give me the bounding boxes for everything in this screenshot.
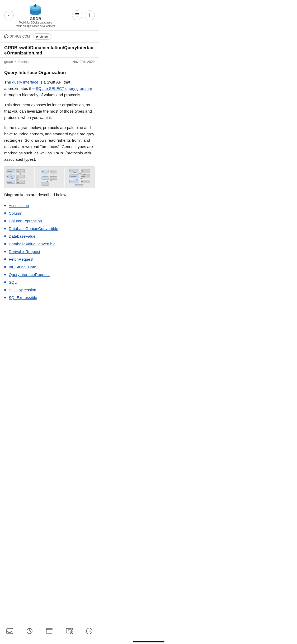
back-button[interactable]: ‹ (4, 11, 14, 20)
list-item: DatabaseValueConvertible (4, 240, 95, 248)
page-title: GRDB.swift/Documentation/QueryInterfaceO… (0, 43, 99, 58)
nav-inbox[interactable] (0, 626, 20, 638)
derivablerequest-link[interactable]: DerivableRequest (9, 249, 40, 254)
svg-text:Type: Type (17, 171, 19, 172)
logo-title: GRDB (30, 16, 41, 21)
list-intro: Diagram items are described below: (4, 192, 95, 198)
nav-archive[interactable] (40, 626, 59, 638)
bullet-icon (4, 258, 6, 260)
list-item: SQLExpressible (4, 294, 95, 301)
svg-line-43 (74, 178, 85, 180)
new-message-icon: # (66, 628, 73, 636)
svg-rect-27 (41, 177, 48, 180)
github-icon (4, 34, 8, 39)
svg-text:QIRequest: QIRequest (81, 181, 87, 182)
github-source: GITHUB.COM (4, 34, 30, 39)
association-link[interactable]: Association (9, 203, 29, 208)
bullet-icon (4, 289, 6, 291)
nav-history[interactable] (20, 626, 40, 638)
logo-subtitle-line1: Toolkit for SQLite databases (19, 21, 52, 24)
bullet-icon (4, 266, 6, 268)
listen-label: Listen (40, 35, 48, 38)
history-icon (26, 628, 33, 636)
info-icon: i (89, 13, 90, 18)
list-item: FetchRequest (4, 255, 95, 263)
int-string-date-link[interactable]: Int, String, Date... (9, 265, 40, 269)
diagram-thumb-3: SQLExpressible SQL ColumnExpr Column Fet… (65, 167, 95, 188)
column-link[interactable]: Column (9, 211, 22, 215)
svg-text:SQLExpressible: SQLExpressible (70, 170, 78, 172)
columnexpression-link[interactable]: ColumnExpression (9, 219, 42, 223)
play-icon: ▶ (36, 35, 39, 38)
list-item: DatabaseValue (4, 232, 95, 240)
queryinterfacerequest-link[interactable]: QueryInterfaceRequest (9, 272, 50, 277)
paragraph-1: The query interface is a Swift API that … (4, 79, 95, 98)
more-icon (86, 628, 93, 636)
bullet-icon (4, 243, 6, 245)
svg-text:Protocol: Protocol (7, 171, 11, 172)
bullet-icon (4, 281, 6, 283)
svg-point-66 (90, 631, 91, 632)
header-right: i (72, 10, 95, 20)
svg-point-65 (89, 631, 89, 632)
svg-text:Protocol: Protocol (7, 182, 11, 183)
svg-line-18 (11, 178, 20, 180)
main-content: Query Interface Organization The query i… (0, 66, 99, 329)
list-item: Int, String, Date... (4, 263, 95, 271)
bullet-icon (4, 251, 6, 252)
author: groue (4, 60, 13, 64)
svg-rect-50 (7, 628, 13, 634)
svg-rect-9 (75, 16, 79, 16)
sqlite-select-link[interactable]: SQLite SELECT query grammar (36, 86, 92, 91)
svg-rect-8 (75, 15, 79, 15)
diagram-items-list: Association Column ColumnExpression Data… (4, 202, 95, 301)
diagram-thumb-2: PAT Generic (35, 167, 64, 188)
databasevalueconvertible-link[interactable]: DatabaseValueConvertible (9, 242, 55, 246)
bullet-icon (4, 297, 6, 298)
list-item: Column (4, 209, 95, 217)
app-header: ‹ GRDB Toolkit for SQLite databases focu… (0, 0, 99, 31)
github-label: GITHUB.COM (10, 35, 30, 38)
logo-subtitle-line2: focus on application development (16, 24, 55, 28)
listen-button[interactable]: ▶ Listen (33, 33, 51, 40)
paragraph-2: This document exposes its inner organiza… (4, 102, 95, 121)
sqlexpressible-link[interactable]: SQLExpressible (9, 295, 37, 300)
svg-point-64 (87, 631, 88, 632)
diagram-thumbnails[interactable]: Protocol Type Protocol Type Protocol Typ… (4, 166, 95, 188)
svg-text:SQL: SQL (81, 170, 83, 172)
svg-rect-28 (50, 177, 57, 180)
databasevalue-link[interactable]: DatabaseValue (9, 234, 35, 238)
svg-text:Generic: Generic (50, 171, 55, 173)
section-heading: Query Interface Organization (4, 70, 95, 75)
archive-icon (46, 628, 53, 636)
svg-text:Column: Column (81, 176, 85, 177)
list-item: DatabaseRegionConvertible (4, 225, 95, 232)
fetchrequest-link[interactable]: FetchRequest (9, 257, 33, 261)
nav-more[interactable] (79, 626, 99, 638)
svg-text:PAT: PAT (42, 171, 44, 173)
databaseregionconvertible-link[interactable]: DatabaseRegionConvertible (9, 226, 58, 231)
list-item: ColumnExpression (4, 217, 95, 225)
nav-new[interactable]: # (59, 626, 79, 638)
sql-link[interactable]: SQL (9, 280, 17, 284)
svg-text:Type: Type (17, 176, 19, 178)
svg-text:FetchRequest: FetchRequest (70, 181, 77, 182)
list-button[interactable] (72, 10, 82, 20)
info-button[interactable]: i (85, 10, 95, 20)
svg-point-52 (29, 628, 30, 629)
svg-text:Type: Type (17, 182, 19, 183)
svg-text:Protocol: Protocol (7, 176, 11, 178)
header-left: ‹ GRDB Toolkit for SQLite databases focu… (4, 3, 55, 28)
back-icon: ‹ (8, 13, 10, 18)
list-icon (75, 13, 79, 18)
list-item: QueryInterfaceRequest (4, 271, 95, 278)
svg-line-42 (74, 172, 85, 174)
svg-rect-41 (75, 185, 83, 186)
bottom-navigation: # (0, 623, 99, 644)
query-interface-link[interactable]: query interface (12, 80, 38, 84)
sqlexpression-link[interactable]: SQLExpression (9, 288, 36, 292)
read-time: 9 mins (18, 60, 29, 64)
list-item: DerivableRequest (4, 248, 95, 255)
grdb-logo (29, 3, 42, 16)
svg-rect-55 (47, 630, 52, 634)
